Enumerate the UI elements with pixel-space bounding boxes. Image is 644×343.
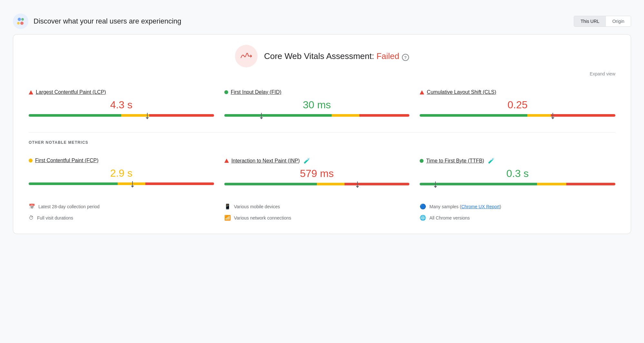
metric-label-cls: Cumulative Layout Shift (CLS) <box>420 89 615 95</box>
footer-info: 📅 Latest 28-day collection period 📱 Vari… <box>29 202 615 222</box>
assessment-title: Core Web Vitals Assessment: Failed? <box>264 51 409 61</box>
metric-item-inp: Interaction to Next Paint (INP)🧪 579 ms <box>224 152 420 192</box>
gauge-segment <box>29 114 121 117</box>
metric-label-fcp: First Contentful Paint (FCP) <box>29 158 214 163</box>
metric-value-lcp: 4.3 s <box>29 99 214 111</box>
metric-item-fcp: First Contentful Paint (FCP) 2.9 s <box>29 152 224 192</box>
metric-label-text-cls[interactable]: Cumulative Layout Shift (CLS) <box>427 89 496 95</box>
url-origin-toggle[interactable]: This URL Origin <box>574 16 631 27</box>
footer-text-3: Full visit durations <box>37 215 73 220</box>
gauge-marker <box>357 181 358 187</box>
gauge-marker <box>132 181 133 186</box>
gauge-segment <box>359 114 409 117</box>
divider <box>29 132 615 132</box>
gauge-segment <box>121 114 149 117</box>
help-icon[interactable]: ? <box>402 54 409 61</box>
gauge-marker <box>552 113 553 118</box>
origin-button[interactable]: Origin <box>606 16 631 26</box>
gauge-bar <box>224 114 410 117</box>
footer-item-1: 📱 Various mobile devices <box>224 202 420 211</box>
page-title: Discover what your real users are experi… <box>34 17 181 25</box>
expand-view-button[interactable]: Expand view <box>29 71 615 76</box>
footer-icon-5: 🌐 <box>420 215 426 221</box>
footer-item-4: 📶 Various network connections <box>224 213 420 222</box>
metric-value-fcp: 2.9 s <box>29 167 214 179</box>
footer-icon-0: 📅 <box>29 203 35 210</box>
metric-value-inp: 579 ms <box>224 168 410 180</box>
footer-text-0: Latest 28-day collection period <box>38 204 100 209</box>
gauge-segment <box>145 182 214 185</box>
gauge-segment <box>224 114 332 117</box>
metric-item-lcp: Largest Contentful Paint (LCP) 4.3 s <box>29 84 224 123</box>
gauge-bar <box>420 183 615 185</box>
gauge-marker <box>261 113 262 118</box>
metric-item-cls: Cumulative Layout Shift (CLS) 0.25 <box>420 84 615 123</box>
gauge-segment <box>149 114 214 117</box>
flask-icon: 🧪 <box>488 158 494 164</box>
page-wrapper: Discover what your real users are experi… <box>6 6 638 237</box>
gauge-segment <box>332 114 359 117</box>
metric-label-text-fcp[interactable]: First Contentful Paint (FCP) <box>35 158 99 163</box>
gauge-bar <box>420 114 615 117</box>
svg-marker-4 <box>250 54 252 58</box>
gauge-segment <box>551 114 615 117</box>
svg-point-2 <box>17 22 20 24</box>
metric-label-lcp: Largest Contentful Paint (LCP) <box>29 89 214 95</box>
footer-item-0: 📅 Latest 28-day collection period <box>29 202 224 211</box>
gauge-marker <box>435 181 436 187</box>
metric-item-ttfb: Time to First Byte (TTFB)🧪 0.3 s <box>420 152 615 192</box>
footer-icon-3: ⏱ <box>29 215 34 221</box>
gauge-segment <box>345 183 409 185</box>
footer-icon-4: 📶 <box>224 215 231 221</box>
metric-label-text-ttfb[interactable]: Time to First Byte (TTFB) <box>426 158 484 164</box>
footer-icon-1: 📱 <box>224 203 231 210</box>
gauge-segment <box>317 183 345 185</box>
this-url-button[interactable]: This URL <box>574 16 606 26</box>
metric-label-text-inp[interactable]: Interaction to Next Paint (INP) <box>231 158 300 164</box>
gauge-bar <box>29 182 214 185</box>
footer-text-5: All Chrome versions <box>429 215 470 220</box>
status-dot-orange <box>29 159 33 162</box>
gauge-bar <box>29 114 214 117</box>
metric-label-ttfb: Time to First Byte (TTFB)🧪 <box>420 158 615 164</box>
metric-value-cls: 0.25 <box>420 99 615 111</box>
footer-text-4: Various network connections <box>234 215 291 220</box>
status-triangle-red <box>420 90 424 94</box>
status-dot-green <box>420 159 424 163</box>
gauge-bar <box>224 183 410 185</box>
svg-point-1 <box>21 18 24 21</box>
gauge-marker <box>147 113 148 118</box>
metric-value-ttfb: 0.3 s <box>420 168 615 180</box>
footer-icon-2: 🔵 <box>420 203 426 210</box>
gauge-segment <box>537 183 566 185</box>
footer-item-5: 🌐 All Chrome versions <box>420 213 615 222</box>
other-metrics-row: First Contentful Paint (FCP) 2.9 s Inter… <box>29 152 615 192</box>
gauge-segment <box>118 182 145 185</box>
logo-icon <box>13 14 28 29</box>
status-dot-green <box>224 90 228 94</box>
assessment-title-prefix: Core Web Vitals Assessment: <box>264 51 376 61</box>
metric-label-inp: Interaction to Next Paint (INP)🧪 <box>224 158 410 164</box>
assessment-status: Failed <box>376 51 399 61</box>
gauge-segment <box>29 182 118 185</box>
other-metrics-label: OTHER NOTABLE METRICS <box>29 140 615 145</box>
chrome-ux-report-link[interactable]: Chrome UX Report <box>461 204 500 209</box>
metric-label-text-fid[interactable]: First Input Delay (FID) <box>231 89 281 95</box>
svg-point-0 <box>18 18 21 21</box>
footer-text-2: Many samples (Chrome UX Report) <box>429 204 501 209</box>
status-triangle-red <box>224 159 229 163</box>
main-card: Core Web Vitals Assessment: Failed? Expa… <box>13 34 631 234</box>
assessment-icon <box>235 45 258 67</box>
flask-icon: 🧪 <box>304 158 310 164</box>
svg-point-3 <box>20 22 24 25</box>
assessment-header: Core Web Vitals Assessment: Failed? <box>29 45 615 67</box>
metric-label-text-lcp[interactable]: Largest Contentful Paint (LCP) <box>36 89 106 95</box>
metric-value-fid: 30 ms <box>224 99 410 111</box>
header-left: Discover what your real users are experi… <box>13 14 181 29</box>
core-metrics-row: Largest Contentful Paint (LCP) 4.3 s Fir… <box>29 84 615 123</box>
metric-label-fid: First Input Delay (FID) <box>224 89 410 95</box>
header: Discover what your real users are experi… <box>13 10 631 34</box>
gauge-segment <box>420 183 537 185</box>
gauge-segment <box>224 183 317 185</box>
metric-item-fid: First Input Delay (FID) 30 ms <box>224 84 420 123</box>
